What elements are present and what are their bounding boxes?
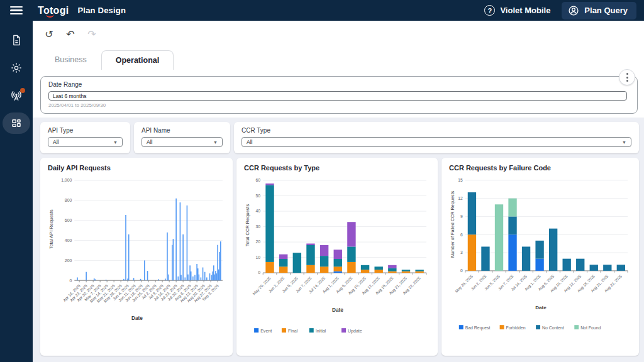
dashboard-panel: API Type All ▼ API Name All ▼ [33, 118, 644, 362]
totogi-logo: Totogi [38, 5, 69, 16]
chevron-down-icon: ▼ [113, 140, 118, 145]
date-range-helper: 2025/04/01 to 2025/09/30 [48, 102, 630, 108]
charts-row: Daily API Requests 02004006008001,000Apr… [40, 158, 639, 356]
chart-title: Daily API Requests [48, 164, 226, 172]
notification-dot [20, 88, 25, 93]
main-content: ↺ ↶ ↷ Business Operational Date Range 20… [33, 21, 644, 362]
app-window: Totogi Plan Design ? Violet Mobile Plan … [0, 0, 644, 362]
svg-text:800: 800 [65, 198, 72, 202]
svg-text:15: 15 [458, 178, 463, 182]
svg-text:Forbidden: Forbidden [506, 326, 525, 330]
api-type-filter-card: API Type All ▼ [40, 122, 130, 153]
svg-text:Event: Event [260, 329, 272, 333]
help-button[interactable]: ? Violet Mobile [484, 5, 550, 16]
svg-text:0: 0 [69, 278, 72, 283]
sidebar-item-network[interactable] [3, 85, 30, 106]
daily-api-requests-chart: 02004006008001,000Apr 16, 2025Apr 23, 20… [48, 173, 226, 335]
chevron-down-icon: ▼ [622, 140, 626, 145]
svg-text:Bad Request: Bad Request [465, 326, 491, 331]
api-name-label: API Name [142, 127, 223, 134]
tenant-label: Violet Mobile [500, 6, 550, 15]
svg-text:6: 6 [460, 233, 463, 237]
plan-query-label: Plan Query [584, 6, 628, 15]
ccr-type-select[interactable]: All ▼ [242, 137, 631, 147]
chart-title: CCR Requests by Failure Code [449, 164, 633, 172]
svg-text:1,000: 1,000 [61, 178, 72, 182]
svg-text:May 29, 2025: May 29, 2025 [252, 276, 272, 296]
svg-text:9: 9 [460, 214, 463, 219]
filter-row: API Type All ▼ API Name All ▼ [40, 122, 639, 153]
date-range-input[interactable] [48, 91, 627, 101]
plan-query-button[interactable]: Plan Query [562, 2, 636, 19]
svg-text:400: 400 [65, 238, 72, 243]
ccr-type-value: All [247, 139, 252, 145]
sidebar-item-dashboard[interactable] [3, 112, 30, 134]
api-name-value: All [147, 139, 152, 145]
tab-business[interactable]: Business [40, 50, 101, 70]
svg-text:Update: Update [348, 329, 362, 334]
api-type-value: All [53, 139, 58, 145]
dashboard-icon [11, 118, 22, 129]
api-type-label: API Type [48, 127, 123, 134]
svg-text:12: 12 [458, 196, 463, 200]
ccr-requests-by-failure-code-card: CCR Requests by Failure Code 03691215May… [441, 158, 639, 356]
svg-text:0: 0 [460, 268, 463, 273]
date-range-card: Date Range 2025/04/01 to 2025/09/30 [40, 76, 638, 114]
logo-swoosh [46, 14, 54, 18]
page-title: Plan Design [77, 6, 126, 15]
redo-icon[interactable]: ↷ [84, 27, 99, 42]
svg-text:60: 60 [256, 178, 261, 182]
ccr-requests-by-type-chart: 0102030405060May 29, 2025Jun 2, 2025Jun … [244, 173, 431, 343]
svg-text:30: 30 [256, 224, 261, 229]
svg-text:Date: Date [131, 315, 143, 321]
api-type-select[interactable]: All ▼ [48, 137, 123, 147]
api-name-select[interactable]: All ▼ [142, 137, 223, 147]
kebab-icon [626, 73, 628, 82]
document-icon [10, 34, 23, 47]
ccr-type-label: CCR Type [242, 127, 631, 134]
svg-text:May 29, 2025: May 29, 2025 [454, 273, 474, 293]
svg-text:3: 3 [460, 250, 463, 255]
svg-text:Total CCR Requests: Total CCR Requests [245, 204, 250, 247]
chevron-down-icon: ▼ [213, 140, 218, 145]
sidebar-item-documents[interactable] [3, 30, 30, 51]
toolbar: ↺ ↶ ↷ [33, 21, 644, 48]
tab-operational[interactable]: Operational [101, 50, 174, 70]
tab-bar: Business Operational [33, 48, 644, 70]
ccr-requests-by-type-card: CCR Requests by Type 0102030405060May 29… [236, 158, 438, 356]
settings-gear-icon [10, 62, 23, 74]
sidebar [0, 21, 33, 362]
svg-text:0: 0 [258, 270, 260, 275]
svg-text:Number of Failed CCR Requests: Number of Failed CCR Requests [450, 190, 455, 258]
undo-icon[interactable]: ↶ [63, 27, 78, 42]
svg-text:10: 10 [256, 255, 261, 260]
svg-text:200: 200 [65, 258, 72, 263]
help-icon: ? [484, 5, 495, 16]
daily-api-requests-card: Daily API Requests 02004006008001,000Apr… [40, 158, 233, 356]
menu-icon[interactable] [0, 4, 33, 16]
top-bar: Totogi Plan Design ? Violet Mobile Plan … [0, 0, 644, 21]
sidebar-item-settings[interactable] [3, 57, 30, 79]
svg-text:Date: Date [332, 307, 343, 313]
svg-text:No Content: No Content [542, 326, 564, 330]
svg-text:Total API Requests: Total API Requests [48, 209, 54, 249]
chart-title: CCR Requests by Type [244, 164, 431, 172]
ccr-type-filter-card: CCR Type All ▼ [234, 122, 639, 153]
svg-text:40: 40 [256, 209, 261, 213]
svg-text:20: 20 [256, 239, 261, 244]
api-name-filter-card: API Name All ▼ [134, 122, 230, 153]
svg-text:Initial: Initial [316, 329, 326, 333]
svg-text:Date: Date [535, 305, 547, 310]
svg-text:Final: Final [288, 329, 298, 333]
date-range-label: Date Range [48, 81, 630, 88]
svg-text:Not Found: Not Found [580, 326, 601, 330]
more-options-button[interactable] [619, 69, 635, 85]
ccr-requests-by-failure-code-chart: 03691215May 29, 2025Jun 2, 2025Jun 5, 20… [449, 173, 633, 339]
date-range-section: Date Range 2025/04/01 to 2025/09/30 [33, 70, 644, 118]
svg-text:600: 600 [65, 218, 72, 222]
reset-icon[interactable]: ↺ [42, 27, 57, 42]
svg-text:50: 50 [256, 194, 261, 198]
account-icon [568, 5, 579, 16]
